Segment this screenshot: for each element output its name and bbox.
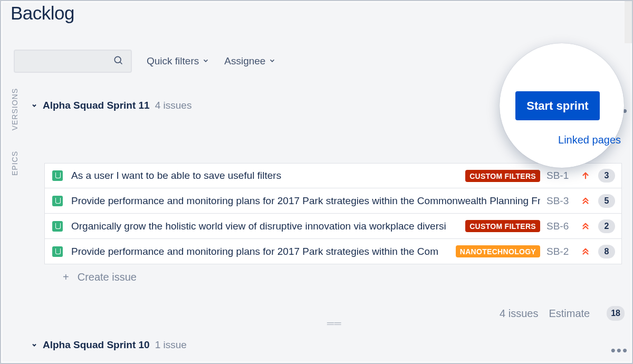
issue-key[interactable]: SB-6 [546, 221, 578, 232]
issues-list: As a user I want to be able to save usef… [44, 163, 622, 264]
issue-summary: Provide performance and monitoring plans… [71, 195, 540, 207]
issue-key[interactable]: SB-2 [546, 246, 578, 257]
issue-summary: Organically grow the holistic world view… [71, 221, 461, 232]
footer-estimate-badge: 18 [607, 306, 625, 321]
plus-icon: + [63, 271, 69, 283]
create-issue-button[interactable]: + Create issue [63, 271, 137, 283]
story-points-badge: 8 [598, 245, 615, 258]
svg-point-0 [114, 56, 121, 63]
priority-icon [579, 171, 592, 180]
issue-key[interactable]: SB-1 [546, 170, 578, 181]
sprint2-more-button[interactable]: ••• [611, 342, 628, 359]
story-icon [52, 246, 63, 257]
story-icon [52, 170, 63, 181]
sidebar-tab-epics[interactable]: EPICS [11, 151, 19, 176]
issue-row[interactable]: Provide performance and monitoring plans… [44, 239, 622, 264]
story-icon [52, 221, 63, 232]
issue-row[interactable]: Provide performance and monitoring plans… [44, 188, 622, 214]
footer-estimate-label: Estimate [549, 308, 590, 320]
sidebar-tab-versions[interactable]: VERSIONS [11, 88, 19, 130]
create-issue-label: Create issue [78, 271, 137, 283]
epic-badge[interactable]: CUSTOM FILTERS [465, 220, 540, 232]
sprint-header-2: Alpha Squad Sprint 10 1 issue [31, 339, 187, 351]
story-points-badge: 3 [598, 169, 615, 183]
sprint-header: Alpha Squad Sprint 11 4 issues [31, 100, 191, 111]
backlog-page: Backlog Quick filters Assignee VERSIONS … [0, 0, 633, 364]
story-points-badge: 5 [598, 194, 615, 208]
quick-filters-dropdown[interactable]: Quick filters [147, 55, 209, 67]
sprint-name: Alpha Squad Sprint 11 [43, 100, 150, 111]
epic-badge[interactable]: CUSTOM FILTERS [465, 170, 540, 182]
sprint-name-2: Alpha Squad Sprint 10 [43, 339, 150, 351]
start-sprint-button[interactable]: Start sprint [515, 91, 600, 120]
assignee-dropdown[interactable]: Assignee [224, 55, 276, 67]
svg-line-1 [120, 62, 122, 64]
search-input[interactable] [14, 50, 132, 73]
page-title: Backlog [11, 3, 74, 24]
issue-row[interactable]: As a user I want to be able to save usef… [44, 163, 622, 188]
drag-handle-icon[interactable]: ══ [327, 318, 342, 329]
sprint-footer: 4 issues Estimate 18 [500, 306, 625, 321]
sprint-issue-count: 4 issues [155, 100, 192, 111]
assignee-label: Assignee [224, 55, 265, 67]
filter-bar: Quick filters Assignee [14, 50, 276, 73]
footer-issue-count: 4 issues [500, 308, 538, 320]
story-points-badge: 2 [598, 219, 615, 233]
issue-summary: As a user I want to be able to save usef… [71, 170, 461, 181]
issue-key[interactable]: SB-3 [546, 195, 578, 207]
chevron-down-icon [202, 55, 209, 67]
search-icon [113, 55, 123, 68]
chevron-down-icon [268, 55, 276, 67]
sprint2-issue-count: 1 issue [155, 339, 187, 351]
quick-filters-label: Quick filters [147, 55, 199, 67]
linked-pages-link[interactable]: Linked pages [558, 134, 621, 146]
scrollbar-hint [625, 1, 632, 43]
chevron-down-icon[interactable] [31, 341, 37, 350]
priority-icon [579, 247, 592, 256]
priority-icon [579, 222, 592, 231]
chevron-down-icon[interactable] [31, 101, 37, 110]
issue-row[interactable]: Organically grow the holistic world view… [44, 214, 622, 239]
issue-summary: Provide performance and monitoring plans… [71, 246, 452, 257]
priority-icon [579, 196, 592, 206]
epic-badge[interactable]: NANOTECHNOLOGY [456, 245, 540, 257]
story-icon [52, 196, 63, 206]
